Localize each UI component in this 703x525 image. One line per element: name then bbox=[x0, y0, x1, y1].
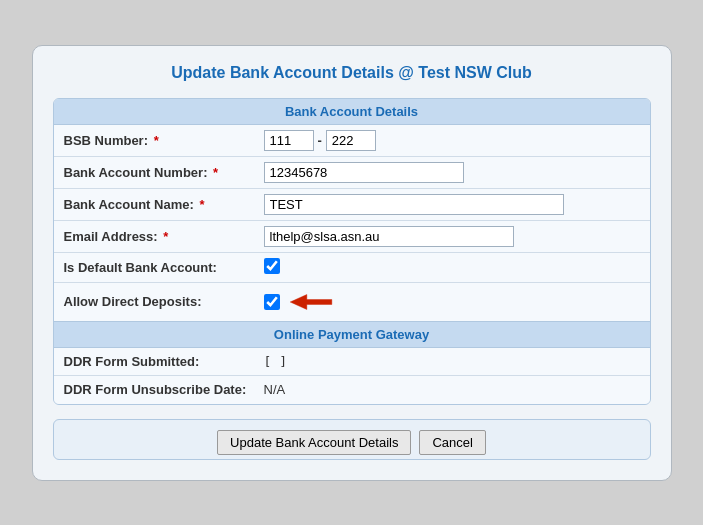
bsb-required: * bbox=[154, 133, 159, 148]
email-field bbox=[264, 226, 640, 247]
red-arrow-annotation bbox=[286, 288, 336, 316]
direct-deposits-field bbox=[264, 288, 640, 316]
bsb-label: BSB Number: * bbox=[64, 133, 264, 148]
ddr-submitted-value: [ ] bbox=[264, 354, 640, 369]
bsb-field-group: - bbox=[264, 130, 640, 151]
account-number-required: * bbox=[213, 165, 218, 180]
bsb-separator: - bbox=[318, 133, 322, 148]
default-bank-field bbox=[264, 258, 640, 277]
account-name-required: * bbox=[199, 197, 204, 212]
default-bank-label: Is Default Bank Account: bbox=[64, 260, 264, 275]
cancel-button[interactable]: Cancel bbox=[419, 430, 485, 455]
bsb-row: BSB Number: * - bbox=[54, 125, 650, 157]
account-number-row: Bank Account Number: * bbox=[54, 157, 650, 189]
bsb-part2-input[interactable] bbox=[326, 130, 376, 151]
email-label: Email Address: * bbox=[64, 229, 264, 244]
bank-account-form: Bank Account Details BSB Number: * - Ban… bbox=[53, 98, 651, 405]
button-row: Update Bank Account Details Cancel bbox=[53, 419, 651, 460]
ddr-unsubscribe-value: N/A bbox=[264, 382, 640, 397]
direct-deposits-label: Allow Direct Deposits: bbox=[64, 294, 264, 309]
account-name-row: Bank Account Name: * bbox=[54, 189, 650, 221]
default-bank-checkbox[interactable] bbox=[264, 258, 280, 274]
ddr-submitted-row: DDR Form Submitted: [ ] bbox=[54, 348, 650, 376]
update-button[interactable]: Update Bank Account Details bbox=[217, 430, 411, 455]
online-payment-section-header: Online Payment Gateway bbox=[54, 322, 650, 348]
email-input[interactable] bbox=[264, 226, 514, 247]
account-name-label: Bank Account Name: * bbox=[64, 197, 264, 212]
account-name-input[interactable] bbox=[264, 194, 564, 215]
account-number-field bbox=[264, 162, 640, 183]
main-container: Update Bank Account Details @ Test NSW C… bbox=[32, 45, 672, 481]
ddr-submitted-label: DDR Form Submitted: bbox=[64, 354, 264, 369]
bsb-part1-input[interactable] bbox=[264, 130, 314, 151]
account-number-label: Bank Account Number: * bbox=[64, 165, 264, 180]
email-row: Email Address: * bbox=[54, 221, 650, 253]
ddr-unsubscribe-row: DDR Form Unsubscribe Date: N/A bbox=[54, 376, 650, 404]
ddr-unsubscribe-label: DDR Form Unsubscribe Date: bbox=[64, 382, 264, 397]
bank-account-section-header: Bank Account Details bbox=[54, 99, 650, 125]
account-number-input[interactable] bbox=[264, 162, 464, 183]
direct-deposits-checkbox[interactable] bbox=[264, 294, 280, 310]
direct-deposits-row: Allow Direct Deposits: bbox=[54, 283, 650, 322]
svg-marker-0 bbox=[290, 294, 332, 309]
email-required: * bbox=[163, 229, 168, 244]
account-name-field bbox=[264, 194, 640, 215]
page-title: Update Bank Account Details @ Test NSW C… bbox=[53, 64, 651, 82]
default-bank-row: Is Default Bank Account: bbox=[54, 253, 650, 283]
